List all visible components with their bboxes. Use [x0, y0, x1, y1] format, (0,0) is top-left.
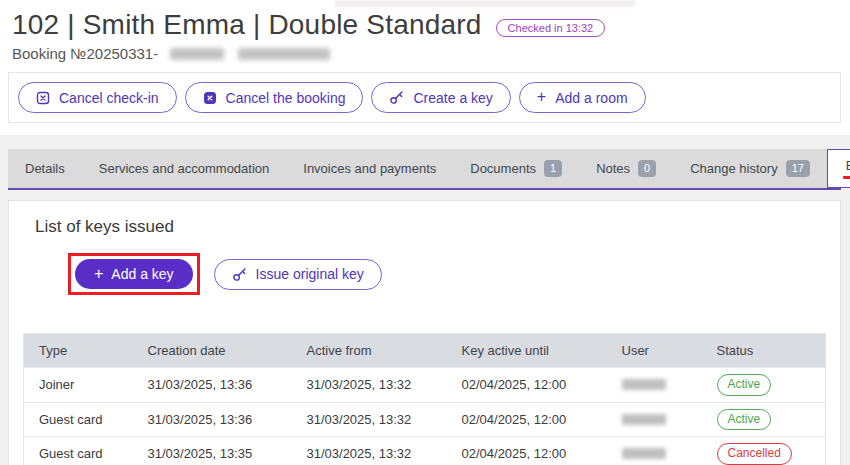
actions-toolbar: Cancel check-in Cancel the booking Creat… — [8, 72, 841, 123]
title-row: 102 | Smith Emma | Double Standard Check… — [12, 9, 836, 41]
plus-icon: + — [537, 91, 546, 104]
cancel-checkin-button[interactable]: Cancel check-in — [18, 82, 177, 113]
section-title: List of keys issued — [35, 217, 826, 237]
create-key-label: Create a key — [413, 91, 492, 105]
electronic-keys-panel: List of keys issued + Add a key Issue or… — [8, 200, 841, 465]
page-title: 102 | Smith Emma | Double Standard — [12, 9, 482, 41]
cell-creation-date: 31/03/2025, 13:35 — [133, 437, 292, 465]
booking-number-redacted-segment — [170, 48, 224, 60]
tab-label: Invoices and payments — [303, 161, 436, 176]
top-section: 102 | Smith Emma | Double Standard Check… — [0, 0, 850, 135]
column-header-key-active-until: Key active until — [447, 334, 607, 368]
cell-user — [607, 368, 702, 403]
cell-type: Guest card — [24, 437, 133, 465]
cell-active-from: 31/03/2025, 13:32 — [292, 368, 447, 403]
cell-status: Cancelled — [702, 437, 826, 465]
user-redacted — [622, 448, 666, 459]
tab-label: Documents — [470, 161, 536, 176]
annotation-red-box: + Add a key — [68, 253, 200, 295]
cell-type: Guest card — [24, 402, 133, 437]
tab-label: Details — [25, 161, 65, 176]
keys-actions-row: + Add a key Issue original key — [68, 253, 826, 295]
booking-number-redacted-segment — [238, 48, 330, 60]
user-redacted — [622, 379, 666, 390]
tab-notes[interactable]: Notes 0 — [579, 149, 673, 188]
tab-invoices-and-payments[interactable]: Invoices and payments — [286, 149, 453, 188]
plus-icon: + — [94, 268, 103, 281]
cancel-booking-label: Cancel the booking — [226, 91, 346, 105]
cell-creation-date: 31/03/2025, 13:36 — [133, 368, 292, 403]
count-badge: 0 — [638, 160, 656, 177]
cell-type: Joiner — [24, 368, 133, 403]
key-icon — [389, 90, 404, 105]
x-square-filled-icon — [203, 91, 217, 105]
add-key-label: Add a key — [111, 267, 173, 281]
table-header-row: Type Creation date Active from Key activ… — [24, 334, 826, 368]
column-header-active-from: Active from — [292, 334, 447, 368]
cell-active-from: 31/03/2025, 13:32 — [292, 437, 447, 465]
cell-active-from: 31/03/2025, 13:32 — [292, 402, 447, 437]
tab-label: Electronic keys — [846, 158, 850, 173]
cell-key-active-until: 02/04/2025, 12:00 — [447, 402, 607, 437]
add-room-label: Add a room — [555, 91, 627, 105]
page-header: 102 | Smith Emma | Double Standard Check… — [0, 0, 850, 62]
status-badge: Active — [717, 374, 772, 396]
tab-electronic-keys[interactable]: Electronic keys — [827, 149, 850, 188]
status-badge: Active — [717, 409, 772, 431]
booking-number-label: Booking №20250331- — [12, 45, 158, 62]
cell-user — [607, 437, 702, 465]
issue-original-key-label: Issue original key — [256, 267, 364, 281]
cell-status: Active — [702, 368, 826, 403]
count-badge: 1 — [544, 160, 562, 177]
cell-creation-date: 31/03/2025, 13:36 — [133, 402, 292, 437]
add-key-button[interactable]: + Add a key — [75, 259, 193, 289]
cell-user — [607, 402, 702, 437]
user-redacted — [622, 414, 666, 425]
status-badge: Cancelled — [717, 443, 792, 465]
tab-bar: Details Services and accommodation Invoi… — [8, 149, 841, 190]
table-row[interactable]: Guest card 31/03/2025, 13:35 31/03/2025,… — [24, 437, 826, 465]
column-header-type: Type — [24, 334, 133, 368]
cancel-booking-button[interactable]: Cancel the booking — [185, 82, 364, 113]
checkin-status-badge: Checked in 13:32 — [496, 19, 606, 37]
tab-label: Change history — [690, 161, 777, 176]
tab-change-history[interactable]: Change history 17 — [673, 149, 827, 188]
key-icon — [232, 267, 247, 282]
top-blur-artifact — [335, 0, 635, 7]
table-row[interactable]: Joiner 31/03/2025, 13:36 31/03/2025, 13:… — [24, 368, 826, 403]
column-header-user: User — [607, 334, 702, 368]
x-square-icon — [36, 91, 50, 105]
column-header-status: Status — [702, 334, 826, 368]
tab-label: Notes — [596, 161, 630, 176]
booking-number: Booking №20250331- — [12, 45, 836, 62]
cell-status: Active — [702, 402, 826, 437]
column-header-creation-date: Creation date — [133, 334, 292, 368]
cell-key-active-until: 02/04/2025, 12:00 — [447, 368, 607, 403]
tab-label: Services and accommodation — [99, 161, 270, 176]
tab-documents[interactable]: Documents 1 — [453, 149, 579, 188]
issue-original-key-button[interactable]: Issue original key — [214, 259, 382, 290]
booking-page: 102 | Smith Emma | Double Standard Check… — [0, 0, 850, 465]
cancel-checkin-label: Cancel check-in — [59, 91, 159, 105]
cell-key-active-until: 02/04/2025, 12:00 — [447, 437, 607, 465]
add-room-button[interactable]: + Add a room — [519, 82, 646, 113]
keys-table: Type Creation date Active from Key activ… — [23, 333, 826, 465]
tab-services-and-accommodation[interactable]: Services and accommodation — [82, 149, 287, 188]
create-key-button[interactable]: Create a key — [371, 82, 510, 113]
tab-details[interactable]: Details — [8, 149, 82, 188]
count-badge: 17 — [786, 160, 810, 177]
table-row[interactable]: Guest card 31/03/2025, 13:36 31/03/2025,… — [24, 402, 826, 437]
annotation-red-underline — [843, 176, 850, 179]
